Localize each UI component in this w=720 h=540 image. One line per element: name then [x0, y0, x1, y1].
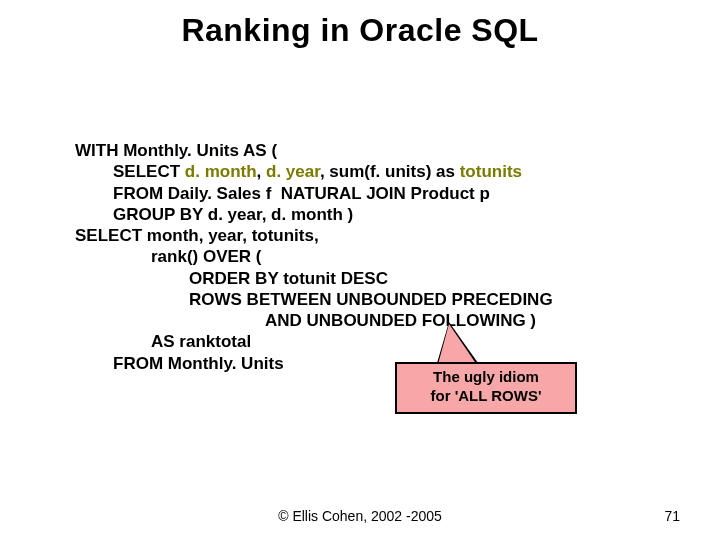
callout: The ugly idiom for 'ALL ROWS' [395, 362, 577, 414]
callout-text: The ugly idiom [433, 368, 539, 385]
code-text: , [257, 162, 266, 181]
code-line: FROM Monthly. Units [75, 354, 284, 373]
code-highlight: d. year [266, 162, 320, 181]
code-text: SELECT [113, 162, 185, 181]
code-line: GROUP BY d. year, d. month ) [75, 205, 353, 224]
code-text: , sum(f. units) as [320, 162, 460, 181]
code-line: WITH Monthly. Units AS ( [75, 141, 277, 160]
code-line: SELECT month, year, totunits, [75, 226, 319, 245]
page-number: 71 [664, 508, 680, 524]
copyright-text: © Ellis Cohen, 2002 -2005 [0, 508, 720, 524]
code-line: FROM Daily. Sales f NATURAL JOIN Product… [75, 184, 490, 203]
code-line: ROWS BETWEEN UNBOUNDED PRECEDING [75, 290, 553, 309]
code-line: ORDER BY totunit DESC [75, 269, 388, 288]
code-highlight: totunits [460, 162, 522, 181]
code-highlight: d. month [185, 162, 257, 181]
callout-box: The ugly idiom for 'ALL ROWS' [395, 362, 577, 414]
code-line: AS ranktotal [75, 332, 251, 351]
slide-title: Ranking in Oracle SQL [0, 0, 720, 49]
code-line: rank() OVER ( [75, 247, 262, 266]
callout-text: for 'ALL ROWS' [430, 387, 541, 404]
